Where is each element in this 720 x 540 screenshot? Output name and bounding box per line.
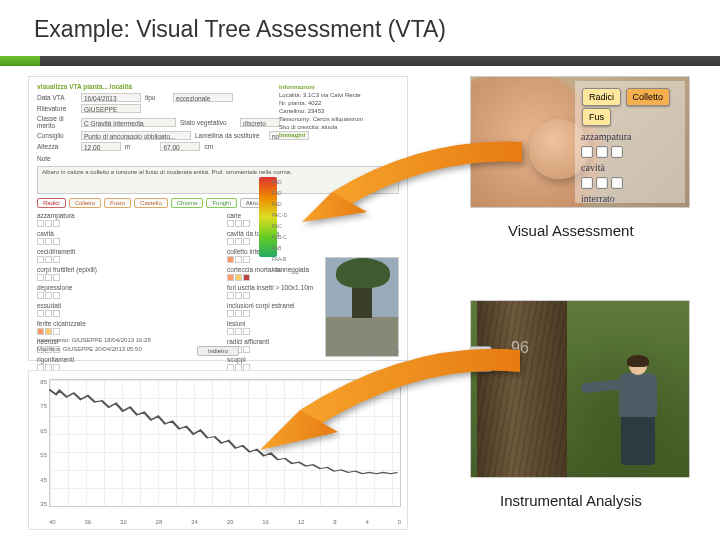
info-img: Immagini [279,132,305,138]
info-line: Nr. pianta: 4022 [279,100,321,106]
form-tab[interactable]: Radici [37,198,66,208]
form-tab[interactable]: Castello [134,198,168,208]
chart-line [49,379,401,507]
defect-item: cavità da tomicida [227,230,399,245]
caption-instrumental: Instrumental Analysis [500,492,642,509]
tablet-word: interrato [581,193,679,204]
photo-visual-assessment: Radici Colletto Fus azzampatura cavità i… [470,76,690,208]
accent-bar [0,56,720,66]
tablet-tab[interactable]: Radici [582,88,621,106]
form-screenshot: visualizza VTA pianta... località Inform… [28,76,408,361]
back-button[interactable]: Indietro [197,346,239,356]
resistograph-chart: 857565554535 4036322824201612840 [28,370,408,530]
check-box[interactable] [611,146,623,158]
tree-number: 96 [511,339,529,357]
tree-photo-thumb [325,257,399,357]
form-tab[interactable]: Fusto [104,198,131,208]
field-value: C Gravità intermedia [81,118,176,127]
field-value: Punto di ancoraggio obbligato... [81,131,191,140]
tree-trunk [477,300,567,478]
field-label: Altezza [37,143,77,150]
check-row [581,177,679,189]
field-value: discreto [240,118,280,127]
defect-item: carie [227,212,399,227]
info-line: Tassonomy: Cercis siliquastrum [279,116,363,122]
form-footer: Inserimento: GIUSEPPE 18/04/2013 16:28 M… [37,336,151,354]
field-value: eccezionale [173,93,233,102]
field-value: 67,00 [160,142,200,151]
form-tab[interactable]: Chioma [171,198,204,208]
info-title: Informazioni [279,84,315,90]
check-row [581,146,679,158]
caption-visual: Visual Assessment [508,222,634,239]
form-tabs: Radici Colletto Fusto Castello Chioma Fu… [37,198,399,208]
unit: cm [204,143,213,150]
propensity-scale-labels: FADFADFAD FAC-DFACFAB-C FABFAA-BFAA [272,177,287,276]
info-line: Località: 3.1C3 via Calvi Recte [279,92,361,98]
defect-item: cecidi/rametti [37,248,209,263]
check-box[interactable] [611,177,623,189]
tablet-ui: Radici Colletto Fus azzampatura cavità i… [575,81,685,203]
check-box[interactable] [581,177,593,189]
defect-item: essudati [37,302,209,317]
check-box[interactable] [581,146,593,158]
field-label: Classe di merito [37,115,77,129]
note-text: Albero in calore a colletto e torsione a… [37,166,399,194]
form-tab[interactable]: Funghi [206,198,236,208]
note-label: Note [37,155,399,162]
tablet-tab-selected[interactable]: Colletto [626,88,671,106]
tablet-tab[interactable]: Fus [582,108,611,126]
slide-title: Example: Visual Tree Assessment (VTA) [34,16,720,43]
field-label: Stato vegetativo [180,119,236,126]
check-box[interactable] [596,177,608,189]
chart-y-axis: 857565554535 [31,379,47,507]
accent-bar-green [0,56,40,66]
defect-item: azzampatura [37,212,209,227]
form-info-panel: Informazioni Località: 3.1C3 via Calvi R… [279,83,399,139]
field-label: Lamellina da sostituire [195,132,265,139]
chart-x-axis: 4036322824201612840 [49,519,401,525]
field-label: Data VTA [37,94,77,101]
defect-item: cavità [37,230,209,245]
slide-title-area: Example: Visual Tree Assessment (VTA) [0,0,720,51]
defect-col-left: azzampatura cavità cecidi/rametti corpi … [37,212,209,392]
field-label: Rilevatore [37,105,77,112]
operator [609,357,667,465]
field-label: Consiglio [37,132,77,139]
defect-item: ferite cicatrizzate [37,320,209,335]
form-tab[interactable]: Colletto [69,198,101,208]
info-line: Cartellino: 23453 [279,108,324,114]
img-caption: Immagine piante [355,348,399,354]
tablet-word: cavità [581,162,679,173]
unit: m [125,143,130,150]
check-box[interactable] [596,146,608,158]
photo-instrumental-analysis: 96 [470,300,690,478]
field-value: 16/04/2013 [81,93,141,102]
resistograph-instrument [470,351,491,363]
tablet-word: azzampatura [581,131,679,142]
info-line: Sito di crescita: aiuola [279,124,337,130]
defect-item: scoppi [227,356,399,371]
field-label: tipo [145,94,169,101]
field-value: 12,00 [81,142,121,151]
defect-item: depressione [37,284,209,299]
defect-item: rigonfiamenti [37,356,209,371]
defect-item: corpi fruttiferi (epixili) [37,266,209,281]
field-value: GIUSEPPE [81,104,141,113]
